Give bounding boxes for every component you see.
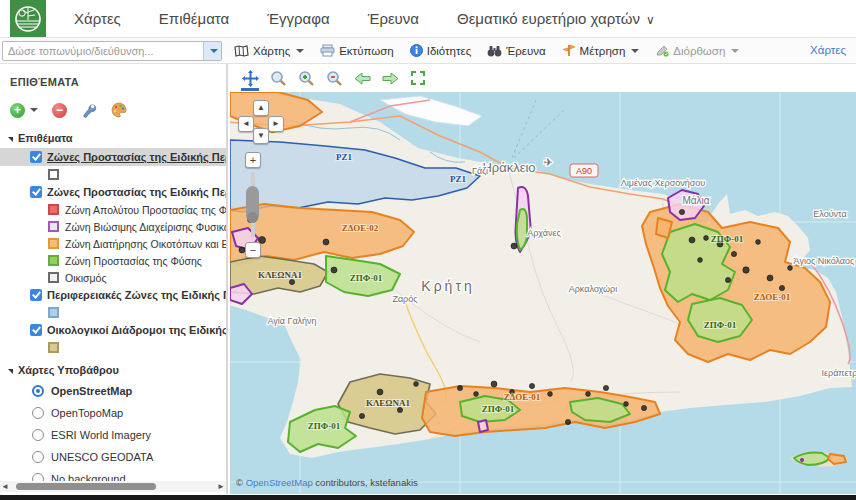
sidebar-toolbar: + −	[10, 102, 226, 118]
legend-swatch	[48, 342, 59, 353]
layer-checkbox[interactable]	[30, 186, 42, 198]
layer-legend	[0, 304, 226, 321]
menu-overlays[interactable]: Επιθέματα	[159, 10, 229, 27]
basemap-esri-world-imagery[interactable]: ESRI World Imagery	[0, 424, 226, 446]
collapse-icon	[8, 369, 13, 374]
zone-chrysi-purple	[800, 458, 804, 462]
previous-extent-button[interactable]	[352, 68, 372, 88]
map-button[interactable]: Χάρτης	[234, 45, 304, 57]
legend-swatch	[48, 255, 59, 266]
radio-icon[interactable]	[32, 407, 44, 419]
search-input[interactable]	[2, 41, 222, 61]
zone-label: ΖΔΟΕ-01	[754, 292, 791, 302]
legend-swatch	[48, 272, 59, 283]
chevron-down-icon	[30, 108, 38, 112]
app-logo-icon[interactable]	[10, 0, 46, 37]
layer-checkbox[interactable]	[30, 324, 42, 336]
radio-icon[interactable]	[32, 429, 44, 441]
menu-thematic-index[interactable]: Θεματικό ευρετήριο χαρτών∨	[457, 10, 655, 27]
layer-row-peripheral-zones[interactable]: Περιφερειακές Ζώνες της Ειδικής Περιβαλλ…	[0, 286, 226, 304]
map-toolbar-row: Χάρτης Εκτύπωση Ιδιότητες	[0, 38, 856, 64]
basemap-unesco-geodata[interactable]: UNESCO GEODATA	[0, 446, 226, 468]
layer-checkbox[interactable]	[30, 151, 42, 163]
print-button[interactable]: Εκτύπωση	[320, 44, 394, 57]
basemap-openstreetmap[interactable]: OpenStreetMap	[0, 380, 226, 402]
zoom-out-tool-button[interactable]	[324, 68, 344, 88]
layer-row-ecological-corridors[interactable]: Οικολογικοί Διάδρομοι της Ειδικής Περιβα…	[0, 321, 226, 339]
zone-label: ΖΠΦ-01	[704, 320, 737, 330]
zone-label: ΡΖ1	[450, 174, 467, 184]
menu-documents[interactable]: Έγγραφα	[267, 10, 329, 27]
basemap-opentopomap[interactable]: OpenTopoMap	[0, 402, 226, 424]
zone-label: ΖΠΦ-01	[308, 421, 341, 431]
radio-icon[interactable]	[32, 385, 44, 397]
legend-swatch	[48, 204, 59, 215]
palette-button[interactable]	[111, 102, 127, 118]
pan-tool-button[interactable]	[240, 68, 260, 88]
chevron-down-icon	[210, 49, 218, 53]
map-label: Λιμένας Χερσονήσου	[621, 178, 706, 188]
map-icon	[234, 45, 249, 57]
chevron-down-icon	[731, 49, 739, 53]
scroll-right-icon[interactable]: ►	[216, 482, 226, 491]
map-svg: A90 ✈ Ηράκλειο Γάζι Λιμένας Χερσονήσου Μ…	[230, 92, 856, 494]
layer-legend	[0, 339, 226, 356]
layer-checkbox[interactable]	[30, 289, 42, 301]
zone-label: ΖΠΦ-01	[350, 273, 383, 283]
zone-chrysi-orange	[828, 454, 846, 464]
research-button[interactable]: Έρευνα	[487, 45, 545, 57]
scrollbar-thumb[interactable]	[16, 483, 156, 490]
collapse-icon	[8, 137, 13, 142]
measure-icon	[562, 44, 576, 57]
pan-east-button[interactable]: ►	[268, 116, 284, 132]
zone-label: ΖΠΦ-01	[711, 234, 744, 244]
zoom-in-button[interactable]: +	[245, 152, 261, 168]
full-extent-button[interactable]	[408, 68, 428, 88]
map-tools	[230, 64, 856, 92]
edit-button[interactable]: Διόρθωση	[655, 44, 739, 57]
radio-icon[interactable]	[32, 451, 44, 463]
zoom-box-tool-button[interactable]	[268, 68, 288, 88]
window-bottom-edge	[0, 495, 856, 500]
road-shield: A90	[570, 164, 598, 177]
layer-tree: Επιθέματα Ζώνες Προστασίας της Ειδικής Π…	[0, 132, 226, 490]
map-label: Αγία Γαλήνη	[267, 316, 316, 326]
pan-north-button[interactable]: ▲	[253, 100, 269, 116]
sidebar-horizontal-scrollbar[interactable]: ◄ ►	[0, 481, 226, 492]
wrench-button[interactable]	[81, 102, 97, 118]
sidebar-title: ΕΠΙΘΈΜΑΤΑ	[10, 76, 226, 88]
tree-node-overlays[interactable]: Επιθέματα	[8, 132, 226, 144]
map-label: Ιεράπετρα	[822, 368, 856, 378]
legend-item: Οικισμός	[0, 269, 226, 286]
svg-text:A90: A90	[576, 166, 592, 176]
menu-research[interactable]: Έρευνα	[368, 10, 419, 27]
zone-malia-orange	[656, 218, 672, 238]
legend-swatch	[48, 221, 59, 232]
zoom-out-button[interactable]: −	[245, 242, 261, 258]
remove-layer-button[interactable]: −	[52, 103, 67, 118]
scroll-left-icon[interactable]: ◄	[0, 482, 10, 491]
map-label: Ζαρός	[392, 294, 418, 304]
tree-node-basemaps[interactable]: Χάρτες Υποβάθρου	[8, 364, 226, 376]
pan-south-button[interactable]: ▼	[253, 128, 269, 144]
printer-icon	[320, 44, 335, 57]
add-layer-button[interactable]: +	[10, 103, 38, 118]
pencil-icon	[655, 44, 669, 57]
map-label: Ηράκλειο	[482, 160, 535, 175]
zoom-slider-knob[interactable]	[247, 212, 258, 223]
app-header: Χάρτες Επιθέματα Έγγραφα Έρευνα Θεματικό…	[0, 0, 856, 38]
zoom-in-tool-button[interactable]	[296, 68, 316, 88]
zone-label: ΖΔΟΕ-02	[342, 223, 379, 233]
layer-row-protection-zones-1[interactable]: Ζώνες Προστασίας της Ειδικής Περιβαλλοντ…	[0, 148, 226, 166]
osm-attribution-link[interactable]: OpenStreetMap	[246, 477, 313, 488]
menu-maps[interactable]: Χάρτες	[74, 10, 121, 27]
search-dropdown-button[interactable]	[203, 42, 221, 60]
next-extent-button[interactable]	[380, 68, 400, 88]
pan-west-button[interactable]: ◄	[238, 116, 254, 132]
layer-row-protection-zones-2[interactable]: Ζώνες Προστασίας της Ειδικής Περιβαλλοντ…	[0, 183, 226, 201]
zone-label: ΚΛΕΩΝΑ1	[366, 398, 411, 408]
properties-button[interactable]: Ιδιότητες	[410, 44, 472, 57]
measure-button[interactable]: Μέτρηση	[562, 44, 640, 57]
maps-link[interactable]: Χάρτες	[810, 44, 846, 56]
map-canvas[interactable]: A90 ✈ Ηράκλειο Γάζι Λιμένας Χερσονήσου Μ…	[230, 92, 856, 494]
